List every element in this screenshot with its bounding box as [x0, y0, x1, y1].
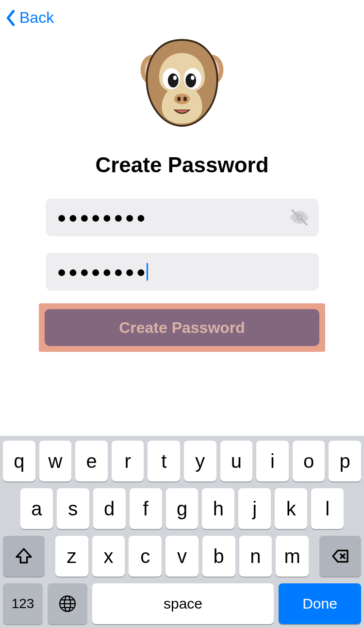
submit-highlight: Create Password: [39, 303, 325, 352]
keyboard-row-3-letters: zxcvbnm: [55, 536, 309, 577]
text-cursor: [147, 263, 148, 281]
key-f[interactable]: f: [130, 488, 162, 529]
key-h[interactable]: h: [202, 488, 234, 529]
backspace-key[interactable]: [319, 536, 361, 577]
key-m[interactable]: m: [276, 536, 309, 577]
key-y[interactable]: y: [184, 441, 216, 481]
key-e[interactable]: e: [75, 441, 108, 481]
password-1-masked: ●●●●●●●●: [57, 209, 148, 227]
key-n[interactable]: n: [239, 536, 272, 577]
svg-point-11: [177, 97, 181, 101]
backspace-icon: [331, 546, 350, 566]
create-password-button[interactable]: Create Password: [45, 309, 319, 346]
keyboard-row-3: zxcvbnm: [3, 536, 361, 577]
key-a[interactable]: a: [20, 488, 53, 529]
svg-point-10: [174, 94, 190, 104]
key-r[interactable]: r: [112, 441, 144, 481]
back-label: Back: [19, 9, 54, 27]
chevron-left-icon: [6, 10, 16, 26]
key-j[interactable]: j: [238, 488, 271, 529]
shift-icon: [14, 546, 33, 566]
create-password-label: Create Password: [119, 319, 245, 337]
numbers-key[interactable]: 123: [3, 583, 43, 624]
password-2-masked: ●●●●●●●●: [57, 263, 148, 281]
password-input-2[interactable]: ●●●●●●●●: [46, 253, 319, 291]
key-b[interactable]: b: [202, 536, 235, 577]
space-key-label: space: [164, 595, 202, 612]
key-w[interactable]: w: [39, 441, 72, 481]
space-key[interactable]: space: [92, 583, 274, 624]
key-u[interactable]: u: [220, 441, 253, 481]
key-o[interactable]: o: [293, 441, 325, 481]
back-button[interactable]: Back: [6, 9, 54, 27]
keyboard-row-4: 123 space Done: [3, 583, 361, 624]
done-key-label: Done: [302, 595, 337, 612]
keyboard-row-1: qwertyuiop: [3, 441, 361, 481]
keyboard: qwertyuiop asdfghjkl zxcvbnm 123 space D…: [0, 436, 364, 628]
key-g[interactable]: g: [166, 488, 199, 529]
key-z[interactable]: z: [55, 536, 88, 577]
key-d[interactable]: d: [93, 488, 126, 529]
svg-point-9: [191, 76, 194, 80]
key-s[interactable]: s: [57, 488, 89, 529]
key-x[interactable]: x: [92, 536, 125, 577]
key-i[interactable]: i: [256, 441, 289, 481]
shift-key[interactable]: [3, 536, 45, 577]
key-v[interactable]: v: [165, 536, 199, 577]
key-c[interactable]: c: [129, 536, 162, 577]
key-p[interactable]: p: [329, 441, 361, 481]
page-title: Create Password: [95, 153, 268, 177]
done-key[interactable]: Done: [279, 583, 361, 624]
svg-point-8: [173, 76, 177, 80]
key-t[interactable]: t: [148, 441, 180, 481]
svg-point-6: [168, 73, 179, 87]
key-k[interactable]: k: [275, 488, 307, 529]
numbers-key-label: 123: [12, 596, 34, 611]
mascot-image: [129, 31, 235, 137]
eye-off-icon[interactable]: [290, 208, 309, 227]
key-l[interactable]: l: [311, 488, 344, 529]
password-input-1[interactable]: ●●●●●●●●: [46, 198, 319, 236]
globe-icon: [58, 595, 77, 613]
globe-key[interactable]: [48, 583, 87, 624]
keyboard-row-2: asdfghjkl: [3, 488, 361, 529]
svg-point-7: [185, 73, 196, 87]
key-q[interactable]: q: [3, 441, 35, 481]
svg-point-12: [183, 97, 187, 101]
